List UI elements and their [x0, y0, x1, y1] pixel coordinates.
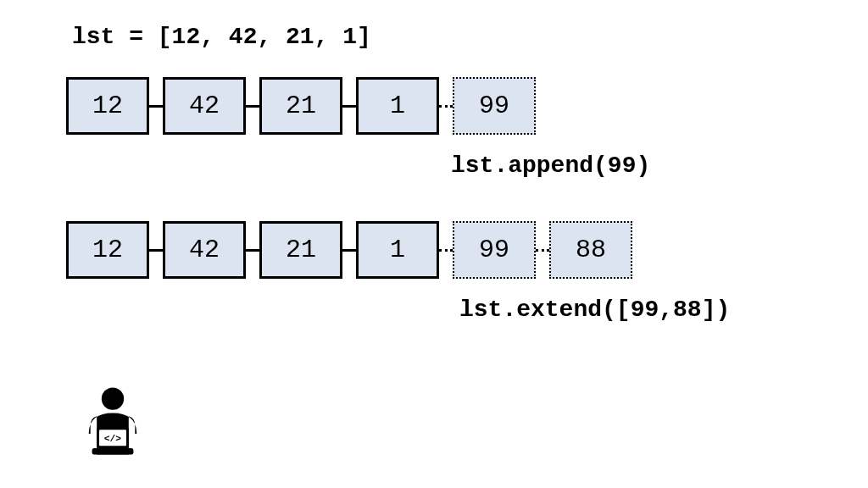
link-dotted — [439, 105, 453, 108]
link-dotted — [536, 249, 549, 252]
extend-row: 12 42 21 1 99 88 — [66, 220, 632, 280]
append-row: 12 42 21 1 99 — [66, 76, 536, 136]
cell-extended: 88 — [549, 221, 632, 279]
link — [149, 249, 163, 252]
cell: 42 — [163, 77, 246, 135]
link — [246, 105, 259, 108]
cell: 12 — [66, 77, 149, 135]
link — [149, 105, 163, 108]
cell: 1 — [356, 221, 439, 279]
svg-point-0 — [102, 388, 124, 410]
cell-appended: 99 — [453, 77, 536, 135]
link — [342, 105, 356, 108]
link — [342, 249, 356, 252]
cell: 42 — [163, 221, 246, 279]
append-code-label: lst.append(99) — [451, 152, 650, 179]
cell: 21 — [259, 221, 342, 279]
coder-icon: </> — [73, 381, 153, 461]
svg-text:</>: </> — [104, 434, 122, 444]
cell: 21 — [259, 77, 342, 135]
cell-extended: 99 — [453, 221, 536, 279]
link — [246, 249, 259, 252]
extend-code-label: lst.extend([99,88]) — [459, 297, 730, 323]
link-dotted — [439, 249, 453, 252]
list-declaration-code: lst = [12, 42, 21, 1] — [72, 24, 371, 50]
svg-rect-3 — [92, 448, 134, 455]
cell: 12 — [66, 221, 149, 279]
cell: 1 — [356, 77, 439, 135]
